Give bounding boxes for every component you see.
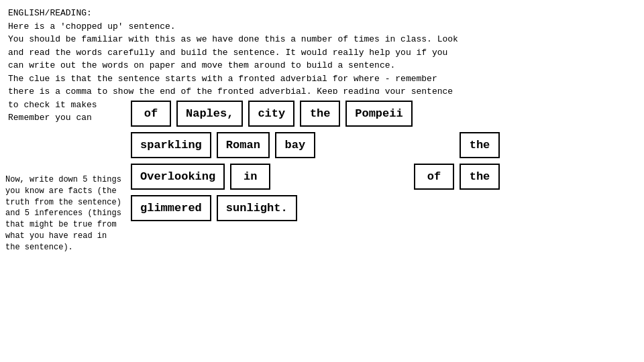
word-the-1[interactable]: the	[300, 101, 340, 127]
word-row-1: of Naples, city the Pompeii	[131, 101, 500, 127]
word-overlooking[interactable]: Overlooking	[131, 164, 225, 190]
word-row-3: Overlooking in of the	[131, 164, 500, 190]
page: ENGLISH/READING: Here is a 'chopped up' …	[0, 0, 644, 362]
line-2: You should be familiar with this as we h…	[8, 33, 636, 46]
word-city[interactable]: city	[248, 101, 294, 127]
word-the-3[interactable]: the	[460, 164, 500, 190]
word-the-2[interactable]: the	[460, 132, 500, 158]
line-4: can write out the words on paper and mov…	[8, 59, 636, 72]
word-overlay: of Naples, city the Pompeii sparkling Ro…	[124, 94, 506, 228]
word-glimmered[interactable]: glimmered	[131, 195, 211, 221]
word-sunlight[interactable]: sunlight.	[217, 195, 297, 221]
word-roman[interactable]: Roman	[217, 132, 270, 158]
line-1: Here is a 'chopped up' sentence.	[8, 20, 636, 34]
word-of-2[interactable]: of	[414, 164, 454, 190]
line-3: and read the words carefully and build t…	[8, 46, 636, 60]
title-line: ENGLISH/READING:	[8, 7, 636, 20]
line-5: The clue is that the sentence starts wit…	[8, 72, 636, 86]
word-naples[interactable]: Naples,	[176, 101, 243, 127]
word-row-4: glimmered sunlight.	[131, 195, 500, 221]
word-bay[interactable]: bay	[275, 132, 315, 158]
word-pompeii[interactable]: Pompeii	[345, 101, 412, 127]
side-note: Now, write down 5 things you know are fa…	[5, 174, 123, 253]
word-of-1[interactable]: of	[131, 101, 171, 127]
word-in[interactable]: in	[230, 164, 270, 190]
word-row-2: sparkling Roman bay the	[131, 132, 500, 158]
word-sparkling[interactable]: sparkling	[131, 132, 211, 158]
